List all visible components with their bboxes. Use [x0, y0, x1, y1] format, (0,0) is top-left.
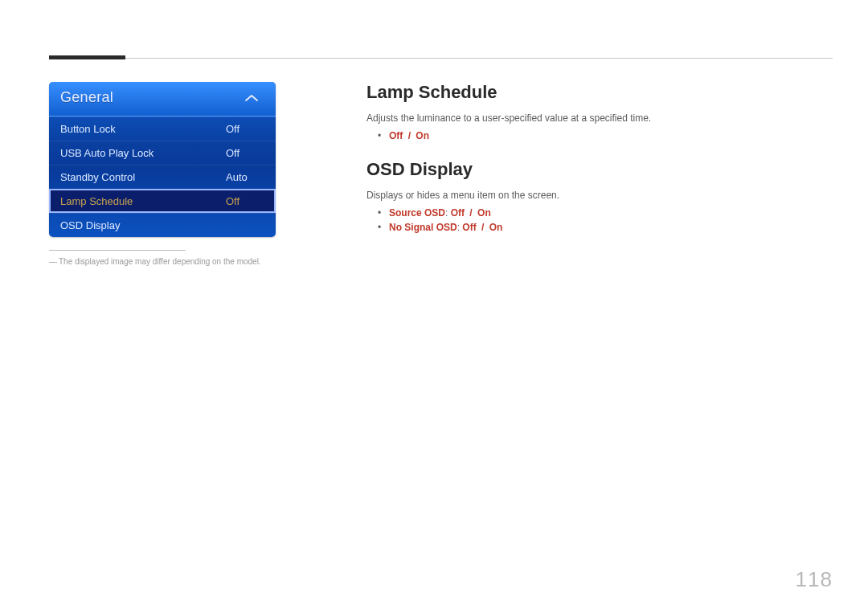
osd-row-label: OSD Display [60, 219, 120, 231]
section-desc-osd: Displays or hides a menu item on the scr… [366, 190, 817, 201]
osd-title: General [60, 89, 113, 106]
section-heading-osd: OSD Display [366, 159, 817, 180]
osd-row-lamp-schedule[interactable]: Lamp Schedule Off [49, 189, 276, 213]
bullet: Source OSD: Off / On [378, 207, 817, 219]
right-column: Lamp Schedule Adjusts the luminance to a… [366, 82, 817, 251]
option-sep: / [403, 130, 416, 141]
osd-panel: General Button Lock Off USB Auto Play Lo… [49, 82, 276, 237]
section-desc-lamp: Adjusts the luminance to a user-specifie… [366, 112, 817, 124]
osd-row-value: Off [226, 195, 264, 207]
osd-row-label: USB Auto Play Lock [60, 147, 154, 159]
page-rule [49, 58, 833, 59]
bullets-osd: Source OSD: Off / On No Signal OSD: Off … [378, 207, 817, 233]
option-prefix: No Signal OSD [389, 222, 457, 233]
option-value: On [416, 130, 429, 141]
option-prefix: Source OSD [389, 207, 445, 219]
option-colon: : [445, 207, 451, 219]
option-sep: / [477, 222, 489, 233]
option-value: On [489, 222, 503, 233]
bullet: No Signal OSD: Off / On [378, 222, 817, 233]
left-column: General Button Lock Off USB Auto Play Lo… [49, 82, 276, 266]
bullet: Off / On [378, 130, 817, 141]
osd-row-value: Auto [226, 171, 264, 183]
footnote-text: The displayed image may differ depending… [59, 257, 261, 266]
chevron-up-icon[interactable] [239, 91, 264, 105]
osd-row-label: Lamp Schedule [60, 195, 133, 207]
osd-header: General [49, 82, 276, 116]
option-value: Off [451, 207, 465, 219]
bullets-lamp: Off / On [378, 130, 817, 141]
option-value: Off [462, 222, 476, 233]
page-rule-accent [49, 55, 125, 59]
section-heading-lamp: Lamp Schedule [366, 82, 817, 103]
footnote-rule [49, 250, 186, 251]
osd-row-label: Standby Control [60, 171, 135, 183]
footnote: ―The displayed image may differ dependin… [49, 257, 276, 266]
osd-row-usb-auto-play-lock[interactable]: USB Auto Play Lock Off [49, 141, 276, 165]
osd-row-value: Off [226, 147, 264, 159]
osd-row-button-lock[interactable]: Button Lock Off [49, 116, 276, 141]
page-number: 118 [796, 567, 833, 592]
osd-row-osd-display[interactable]: OSD Display [49, 213, 276, 237]
osd-row-value: Off [226, 123, 264, 135]
option-value: Off [389, 130, 403, 141]
osd-row-label: Button Lock [60, 123, 116, 135]
option-value: On [477, 207, 491, 219]
option-sep: / [465, 207, 477, 219]
osd-row-standby-control[interactable]: Standby Control Auto [49, 165, 276, 189]
